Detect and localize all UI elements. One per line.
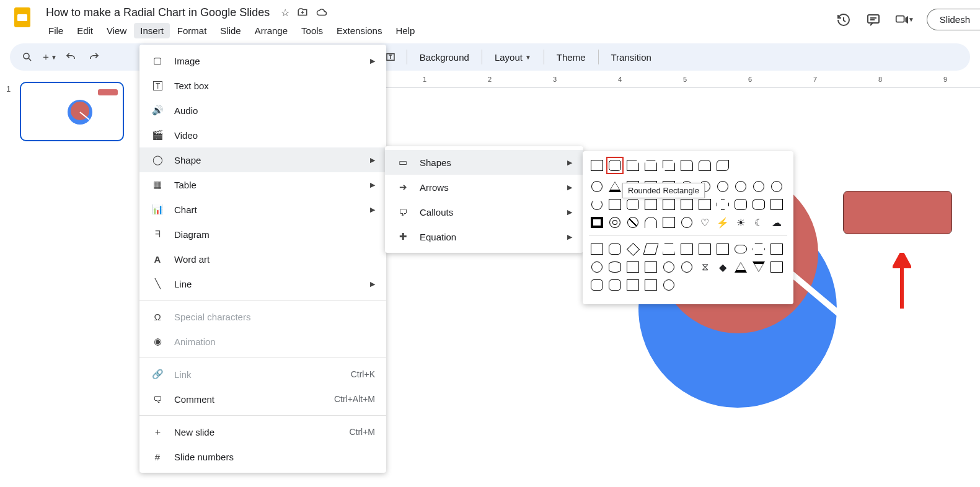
star-icon[interactable]: ☆	[281, 7, 289, 19]
redo-button[interactable]	[84, 47, 104, 67]
shape-cube[interactable]	[769, 196, 785, 213]
shape-moon[interactable]: ☾	[751, 214, 767, 230]
shape-generic-7[interactable]	[733, 178, 749, 195]
flow-g11[interactable]: ◆	[715, 259, 731, 275]
shape-snip2-rect[interactable]	[643, 157, 659, 173]
insert-video[interactable]: 🎬Video	[139, 123, 386, 147]
shape-generic-15[interactable]	[697, 196, 713, 213]
insert-shape[interactable]: ◯Shape▶	[139, 147, 386, 172]
flow-g5[interactable]	[607, 259, 623, 275]
shape-generic-13[interactable]	[661, 196, 677, 213]
flow-parallelogram[interactable]	[643, 241, 659, 257]
undo-button[interactable]	[61, 47, 81, 67]
insert-table[interactable]: ▦Table▶	[139, 172, 386, 197]
shape-arc[interactable]	[643, 214, 659, 230]
shape-triangle[interactable]	[607, 178, 623, 195]
menu-extensions[interactable]: Extensions	[330, 23, 388, 38]
theme-button[interactable]: Theme	[550, 48, 592, 66]
slides-logo[interactable]	[10, 5, 35, 30]
flow-g14[interactable]	[607, 277, 623, 293]
flow-g9[interactable]	[679, 259, 695, 275]
shape-snip-diag-rect[interactable]	[661, 157, 677, 173]
slide-thumbnail[interactable]	[20, 82, 124, 141]
shape-round1-rect[interactable]	[679, 157, 695, 173]
shape-generic-12[interactable]	[643, 196, 659, 213]
flow-g3[interactable]	[715, 241, 731, 257]
shape-fold[interactable]	[661, 214, 677, 230]
transition-button[interactable]: Transition	[605, 48, 658, 66]
insert-textbox[interactable]: 🅃Text box	[139, 73, 386, 98]
shape-equation[interactable]: ✚Equation▶	[385, 224, 583, 249]
slideshow-button[interactable]: Slidesh	[927, 9, 980, 30]
flow-g15[interactable]	[625, 277, 641, 293]
shape-rounded-rectangle[interactable]	[607, 157, 623, 173]
shape-smiley[interactable]	[679, 214, 695, 230]
search-button[interactable]	[17, 47, 37, 67]
menu-slide[interactable]: Slide	[214, 23, 247, 38]
flow-g10[interactable]: ⧖	[697, 259, 713, 275]
canvas-red-rect[interactable]	[843, 191, 952, 234]
layout-button[interactable]: Layout▼	[488, 48, 537, 66]
flow-g16[interactable]	[643, 277, 659, 293]
flow-pill[interactable]	[733, 241, 749, 257]
shape-snip-rect[interactable]	[625, 157, 641, 173]
insert-wordart[interactable]: AWord art	[139, 247, 386, 271]
shape-shapes[interactable]: ▭Shapes▶	[385, 150, 583, 175]
shape-callouts[interactable]: 🗩Callouts▶	[385, 200, 583, 224]
insert-line[interactable]: ╲Line▶	[139, 271, 386, 296]
insert-image[interactable]: ▢Image▶	[139, 48, 386, 73]
insert-slide-numbers[interactable]: #Slide numbers	[139, 444, 386, 469]
menu-insert[interactable]: Insert	[134, 23, 170, 38]
flow-g12[interactable]	[769, 259, 785, 275]
menu-file[interactable]: File	[42, 23, 69, 38]
history-icon[interactable]	[835, 11, 852, 29]
flow-g17[interactable]	[661, 277, 677, 293]
background-button[interactable]: Background	[413, 48, 475, 66]
flow-g8[interactable]	[661, 259, 677, 275]
document-title[interactable]: How to make a Radial Chart in Google Sli…	[42, 5, 273, 20]
flow-g13[interactable]	[589, 277, 605, 293]
comments-icon[interactable]	[865, 11, 882, 29]
shape-cloud[interactable]: ☁	[769, 214, 785, 230]
shape-pie[interactable]	[589, 196, 605, 213]
flow-g1[interactable]	[679, 241, 695, 257]
flow-circ[interactable]	[589, 259, 605, 275]
insert-chart[interactable]: 📊Chart▶	[139, 197, 386, 222]
present-icon[interactable]: ▼	[894, 11, 914, 29]
insert-diagram[interactable]: ᖷDiagram	[139, 222, 386, 247]
shape-generic-8[interactable]	[751, 178, 767, 195]
shape-generic-9[interactable]	[769, 178, 785, 195]
shape-generic-10[interactable]	[607, 196, 623, 213]
shape-generic-16[interactable]	[733, 196, 749, 213]
insert-audio[interactable]: 🔊Audio	[139, 98, 386, 123]
shape-arrows[interactable]: ➔Arrows▶	[385, 175, 583, 200]
shape-cylinder[interactable]	[751, 196, 767, 213]
shape-round-diag-rect[interactable]	[715, 157, 731, 173]
insert-new-slide[interactable]: ＋New slideCtrl+M	[139, 419, 386, 444]
shape-bevel[interactable]	[589, 214, 605, 230]
flow-hex[interactable]	[751, 241, 767, 257]
menu-arrange[interactable]: Arrange	[249, 23, 294, 38]
shape-donut[interactable]	[607, 214, 623, 230]
flow-g7[interactable]	[643, 259, 659, 275]
flow-tri2[interactable]	[733, 259, 749, 275]
shape-generic-6[interactable]	[715, 178, 731, 195]
menu-help[interactable]: Help	[389, 23, 421, 38]
flow-g4[interactable]	[769, 241, 785, 257]
shape-oval[interactable]	[589, 178, 605, 195]
shape-cross[interactable]	[715, 196, 731, 213]
move-icon[interactable]	[297, 7, 308, 19]
cloud-status-icon[interactable]	[316, 7, 328, 19]
shape-lightning[interactable]: ⚡	[715, 214, 731, 230]
menu-view[interactable]: View	[100, 23, 133, 38]
flow-round-rect[interactable]	[607, 241, 623, 257]
menu-tools[interactable]: Tools	[295, 23, 329, 38]
flow-diamond[interactable]	[625, 241, 641, 257]
menu-format[interactable]: Format	[171, 23, 213, 38]
shape-round2-rect[interactable]	[697, 157, 713, 173]
insert-comment[interactable]: 🗨CommentCtrl+Alt+M	[139, 387, 386, 411]
flow-trap[interactable]	[661, 241, 677, 257]
shape-sun[interactable]: ☀	[733, 214, 749, 230]
new-slide-button[interactable]: ＋▼	[41, 47, 57, 67]
shape-heart[interactable]: ♡	[697, 214, 713, 230]
